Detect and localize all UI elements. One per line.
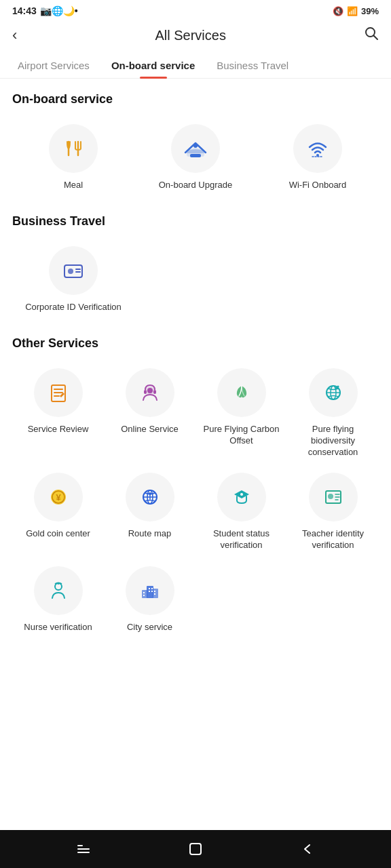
svg-point-37 xyxy=(328,494,333,499)
corporate-icon xyxy=(49,246,98,295)
student-label: Student status verification xyxy=(198,528,284,551)
search-button[interactable] xyxy=(364,26,379,45)
carbon-icon xyxy=(217,368,266,417)
review-label: Service Review xyxy=(28,424,89,435)
teacher-label: Teacher identity verification xyxy=(290,528,376,551)
status-bar: 14:43 📷🌐🌙• 🔇 📶 39% xyxy=(0,0,391,19)
wifi-icon: 📶 xyxy=(347,6,358,16)
online-icon xyxy=(126,368,174,417)
service-online[interactable]: Online Service xyxy=(104,364,196,462)
tab-airport[interactable]: Airport Services xyxy=(7,53,100,78)
service-teacher[interactable]: Teacher identity verification xyxy=(287,469,379,555)
nurse-icon xyxy=(34,566,83,615)
biodiversity-label: Pure flying biodiversity conservation xyxy=(290,424,376,458)
section-title-onboard: On-board service xyxy=(12,92,379,106)
service-student[interactable]: Student status verification xyxy=(196,469,287,555)
upgrade-icon xyxy=(171,124,220,173)
service-gold[interactable]: ¥ Gold coin center xyxy=(12,469,104,555)
section-other: Other Services Service Review xyxy=(12,336,379,637)
carbon-label: Pure Flying Carbon Offset xyxy=(198,424,284,447)
service-corporate[interactable]: Corporate ID Verification xyxy=(12,242,134,317)
corporate-label: Corporate ID Verification xyxy=(25,302,122,313)
service-meal[interactable]: Meal xyxy=(12,120,134,195)
svg-rect-48 xyxy=(151,588,153,589)
section-title-business: Business Travel xyxy=(12,214,379,229)
status-icons: 📷🌐🌙• xyxy=(40,5,78,16)
mute-icon: 🔇 xyxy=(333,6,343,16)
recent-apps-button[interactable] xyxy=(70,835,97,863)
svg-rect-6 xyxy=(190,154,201,157)
route-icon xyxy=(126,473,174,521)
meal-label: Meal xyxy=(64,180,83,191)
online-label: Online Service xyxy=(121,424,179,435)
svg-point-26 xyxy=(337,385,339,387)
svg-rect-54 xyxy=(154,593,155,595)
status-time: 14:43 xyxy=(12,5,37,16)
back-button[interactable]: ‹ xyxy=(12,26,17,44)
gold-label: Gold coin center xyxy=(26,528,90,540)
svg-point-35 xyxy=(240,493,243,496)
section-business: Business Travel Corporate ID Verificatio… xyxy=(12,214,379,317)
service-upgrade[interactable]: On-board Upgrade xyxy=(134,120,257,195)
back-nav-button[interactable] xyxy=(294,835,321,863)
svg-rect-20 xyxy=(144,390,147,394)
status-right: 🔇 📶 39% xyxy=(333,6,379,16)
content-area: On-board service Meal xyxy=(0,79,391,830)
svg-line-1 xyxy=(374,36,378,40)
svg-marker-17 xyxy=(60,393,64,397)
svg-point-10 xyxy=(68,269,73,274)
tab-onboard[interactable]: On-board service xyxy=(100,53,206,78)
biodiversity-icon xyxy=(309,368,358,417)
svg-point-19 xyxy=(147,388,153,393)
section-onboard: On-board service Meal xyxy=(12,92,379,195)
service-biodiversity[interactable]: Pure flying biodiversity conservation xyxy=(287,364,379,462)
svg-rect-58 xyxy=(190,844,201,854)
business-grid: Corporate ID Verification xyxy=(12,242,379,317)
tab-bar: Airport Services On-board service Busine… xyxy=(0,53,391,79)
student-icon xyxy=(217,473,266,521)
gold-icon: ¥ xyxy=(34,473,83,521)
svg-rect-49 xyxy=(149,591,150,592)
tab-business[interactable]: Business Travel xyxy=(206,53,299,78)
svg-text:¥: ¥ xyxy=(56,492,61,502)
header: ‹ All Services xyxy=(0,19,391,53)
review-icon xyxy=(34,368,83,417)
wifi-onboard-icon xyxy=(293,124,342,173)
svg-rect-21 xyxy=(153,390,156,394)
section-title-other: Other Services xyxy=(12,336,379,351)
teacher-icon xyxy=(309,473,358,521)
service-route[interactable]: Route map xyxy=(104,469,196,555)
building-icon xyxy=(126,566,174,615)
status-left: 14:43 📷🌐🌙• xyxy=(12,5,78,16)
svg-rect-47 xyxy=(149,588,150,589)
service-carbon[interactable]: Pure Flying Carbon Offset xyxy=(196,364,287,462)
wifi-label: Wi-Fi Onboard xyxy=(289,180,347,191)
service-wifi[interactable]: Wi-Fi Onboard xyxy=(257,120,379,195)
svg-point-5 xyxy=(193,144,198,148)
nurse-label: Nurse verification xyxy=(24,622,92,633)
onboard-grid: Meal On-board Upgrade xyxy=(12,120,379,195)
service-building[interactable]: City service xyxy=(104,562,196,637)
service-review[interactable]: Service Review xyxy=(12,364,104,462)
other-grid: Service Review Online Service xyxy=(12,364,379,637)
page-title: All Services xyxy=(17,28,364,43)
upgrade-label: On-board Upgrade xyxy=(159,180,232,191)
meal-icon xyxy=(49,124,98,173)
service-nurse[interactable]: Nurse verification xyxy=(12,562,104,637)
svg-rect-52 xyxy=(143,595,145,596)
svg-rect-53 xyxy=(154,591,155,592)
svg-rect-45 xyxy=(142,590,147,598)
svg-rect-50 xyxy=(151,591,153,592)
svg-rect-51 xyxy=(143,592,145,593)
battery-icon: 39% xyxy=(361,6,379,16)
route-label: Route map xyxy=(128,528,172,540)
home-button[interactable] xyxy=(182,835,209,863)
building-label: City service xyxy=(127,622,172,633)
bottom-nav xyxy=(0,830,391,868)
